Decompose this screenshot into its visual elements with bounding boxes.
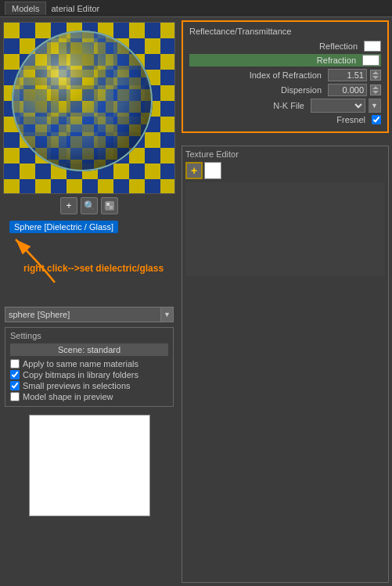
dispersion-input[interactable] [328,84,367,96]
svg-rect-2 [110,206,113,209]
nk-row: N-K File ▼ [189,99,381,113]
texture-toolbar: + [185,162,385,179]
spin-arrows-icon [372,70,379,80]
ior-row: Index of Refraction [189,69,381,81]
small-previews-row: Small previews in selections [10,381,168,390]
svg-marker-7 [372,91,379,94]
nk-select[interactable] [311,99,365,113]
texture-content-area [185,182,385,276]
refraction-swatch[interactable] [362,55,379,66]
settings-title: Settings [10,331,168,340]
sphere-dropdown[interactable]: sphere [Sphere] [5,307,161,322]
nk-dropdown-icon[interactable]: ▼ [369,99,381,113]
copy-bitmaps-label: Copy bitmaps in library folders [23,370,138,379]
add-tool-button[interactable]: + [60,197,77,214]
reflection-label: Reflection [189,41,361,51]
settings-group: Settings Scene: standard Apply to same n… [5,327,174,407]
preview-toolbar: + 🔍 [0,194,178,218]
material-icon [104,200,115,211]
fresnel-row: Fresnel [189,115,381,124]
sphere-background [4,23,174,193]
nk-label: N-K File [189,101,307,110]
material-preview-box [29,415,150,516]
model-shape-label: Model shape in preview [23,392,113,401]
annotation-text: right click-->set dielectric/glass [23,263,164,274]
svg-marker-6 [372,86,379,89]
window-title: aterial Editor [48,4,99,13]
right-panel: Reflectance/Transmittance Reflection Ref… [178,17,392,586]
apply-same-name-label: Apply to same name materials [23,359,138,368]
scene-row: Scene: standard [10,343,168,356]
preview-area [3,22,175,194]
ior-spin-icon[interactable] [370,70,381,81]
refraction-row: Refraction [189,54,381,67]
dispersion-row: Dispersion [189,84,381,96]
copy-bitmaps-row: Copy bitmaps in library folders [10,370,168,379]
model-shape-row: Model shape in preview [10,392,168,401]
small-previews-label: Small previews in selections [23,381,131,390]
left-panel: + 🔍 Sphere [Dielectric / Glass] [0,17,178,586]
svg-marker-4 [372,71,379,74]
ior-label: Index of Refraction [189,70,325,80]
dropdown-arrow-icon[interactable]: ▼ [161,307,174,322]
main-content: + 🔍 Sphere [Dielectric / Glass] [0,17,392,586]
apply-same-name-row: Apply to same name materials [10,359,168,368]
reflectance-box: Reflectance/Transmittance Reflection Ref… [182,20,389,133]
reflection-swatch[interactable] [364,41,381,52]
ior-input[interactable] [328,69,367,81]
material-tool-button[interactable] [101,197,118,214]
svg-marker-5 [372,76,379,79]
models-tab[interactable]: Models [5,2,46,15]
dispersion-spin-icon[interactable] [370,84,381,95]
apply-same-name-checkbox[interactable] [10,359,20,368]
svg-rect-1 [106,203,110,206]
fresnel-label: Fresnel [189,115,369,124]
title-bar: Models aterial Editor [0,0,392,17]
texture-editor: Texture Editor + [182,146,389,583]
annotation-area: right click-->set dielectric/glass [0,239,178,302]
small-previews-checkbox[interactable] [10,381,20,390]
reflection-row: Reflection [189,41,381,52]
dispersion-label: Dispersion [189,85,325,95]
texture-add-button[interactable]: + [185,162,203,179]
spin-arrows-icon2 [372,85,379,95]
sphere-dropdown-row: sphere [Sphere] ▼ [5,307,174,322]
texture-color-swatch[interactable] [204,162,221,179]
fresnel-checkbox[interactable] [372,115,381,124]
sphere-3d [12,31,153,171]
copy-bitmaps-checkbox[interactable] [10,370,20,379]
zoom-tool-button[interactable]: 🔍 [81,197,98,214]
model-shape-checkbox[interactable] [10,392,20,401]
refraction-label: Refraction [189,56,359,65]
fresnel-check-container [372,115,381,124]
reflectance-title: Reflectance/Transmittance [189,27,381,36]
texture-editor-title: Texture Editor [185,149,385,159]
